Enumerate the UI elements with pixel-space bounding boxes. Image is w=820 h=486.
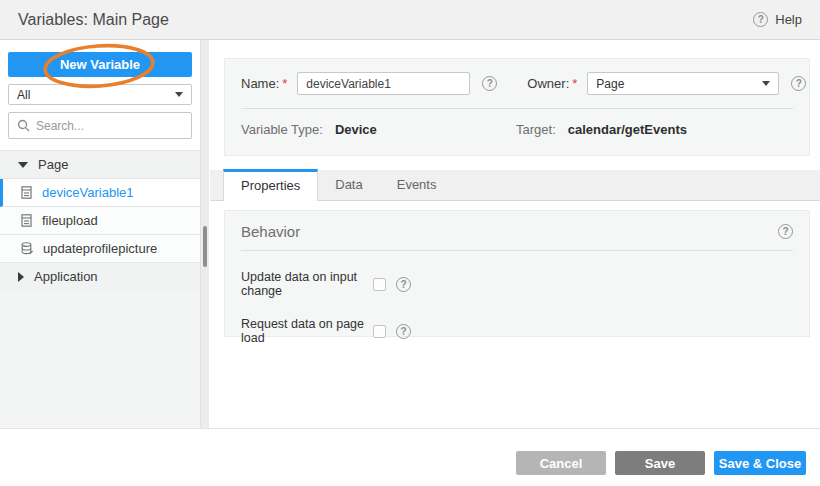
sidebar-group-page[interactable]: Page bbox=[0, 151, 200, 179]
save-and-close-button[interactable]: Save & Close bbox=[714, 451, 806, 475]
request-on-page-load-checkbox[interactable] bbox=[373, 325, 386, 338]
caret-right-icon bbox=[18, 272, 24, 282]
tab-properties[interactable]: Properties bbox=[223, 169, 318, 201]
chevron-down-icon bbox=[175, 92, 183, 97]
update-on-input-change-checkbox[interactable] bbox=[373, 278, 386, 291]
save-button[interactable]: Save bbox=[615, 451, 705, 475]
update-on-input-change-label: Update data on input change bbox=[241, 270, 373, 298]
variable-summary-panel: Name:* Owner:* Page Var bbox=[224, 58, 810, 156]
update-on-input-change-row: Update data on input change bbox=[225, 270, 809, 298]
owner-help-icon[interactable] bbox=[791, 76, 806, 91]
owner-select[interactable]: Page bbox=[587, 72, 779, 95]
page-title: Variables: Main Page bbox=[18, 11, 169, 29]
behavior-section-title: Behavior bbox=[241, 223, 300, 240]
variables-sidebar: New Variable All Page bbox=[0, 40, 200, 428]
sidebar-item-updateprofilepicture[interactable]: updateprofilepicture bbox=[0, 235, 200, 263]
filter-value: All bbox=[17, 88, 30, 102]
variable-label: deviceVariable1 bbox=[42, 185, 134, 200]
device-variable-icon bbox=[21, 214, 32, 227]
variable-type-value: Device bbox=[335, 122, 377, 137]
target-label: Target: bbox=[516, 122, 556, 137]
service-variable-icon bbox=[21, 242, 33, 255]
update-on-input-change-help-icon[interactable] bbox=[396, 277, 411, 292]
group-label: Application bbox=[34, 269, 98, 284]
owner-value: Page bbox=[596, 77, 624, 91]
sidebar-empty-area bbox=[0, 290, 200, 428]
sidebar-group-application[interactable]: Application bbox=[0, 263, 200, 291]
dialog-header: Variables: Main Page Help bbox=[0, 0, 820, 40]
name-help-icon[interactable] bbox=[482, 76, 497, 91]
target-value: calendar/getEvents bbox=[568, 122, 687, 137]
variable-label: updateprofilepicture bbox=[43, 241, 157, 256]
behavior-help-icon[interactable] bbox=[778, 224, 793, 239]
device-variable-icon bbox=[21, 186, 32, 199]
request-on-page-load-help-icon[interactable] bbox=[396, 324, 411, 339]
required-asterisk: * bbox=[572, 76, 577, 91]
help-icon bbox=[753, 12, 768, 27]
variable-filter-select[interactable]: All bbox=[8, 84, 192, 105]
detail-tabs: Properties Data Events bbox=[210, 170, 820, 201]
variables-dialog: Variables: Main Page Help New Variable A… bbox=[0, 0, 820, 486]
dialog-footer: Cancel Save Save & Close bbox=[0, 428, 820, 486]
search-icon bbox=[17, 119, 30, 132]
request-on-page-load-row: Request data on page load bbox=[225, 317, 809, 345]
variable-detail-panel: Name:* Owner:* Page Var bbox=[210, 40, 820, 428]
variable-label: fileupload bbox=[42, 213, 98, 228]
help-button[interactable]: Help bbox=[753, 12, 802, 27]
group-label: Page bbox=[38, 157, 68, 172]
name-label: Name:* bbox=[241, 76, 287, 91]
sidebar-scrollbar-track bbox=[200, 40, 209, 428]
owner-label: Owner:* bbox=[527, 76, 577, 91]
help-label: Help bbox=[775, 12, 802, 27]
chevron-down-icon bbox=[762, 81, 770, 86]
sidebar-item-fileupload[interactable]: fileupload bbox=[0, 207, 200, 235]
sidebar-scrollbar-thumb[interactable] bbox=[203, 226, 207, 267]
variable-type-label: Variable Type: bbox=[241, 122, 323, 137]
behavior-panel: Behavior Update data on input change Req… bbox=[224, 210, 810, 337]
required-asterisk: * bbox=[282, 76, 287, 91]
variables-tree: Page deviceVariable1 fileupload bbox=[0, 150, 200, 291]
request-on-page-load-label: Request data on page load bbox=[241, 317, 373, 345]
cancel-button[interactable]: Cancel bbox=[516, 451, 606, 475]
new-variable-button[interactable]: New Variable bbox=[8, 52, 192, 77]
tab-events[interactable]: Events bbox=[380, 169, 454, 200]
divider bbox=[241, 250, 793, 251]
sidebar-item-devicevariable1[interactable]: deviceVariable1 bbox=[0, 179, 200, 207]
search-input[interactable] bbox=[36, 119, 183, 133]
search-box bbox=[8, 112, 192, 139]
tab-data[interactable]: Data bbox=[318, 169, 379, 200]
name-input[interactable] bbox=[297, 72, 470, 95]
caret-down-icon bbox=[18, 162, 28, 168]
